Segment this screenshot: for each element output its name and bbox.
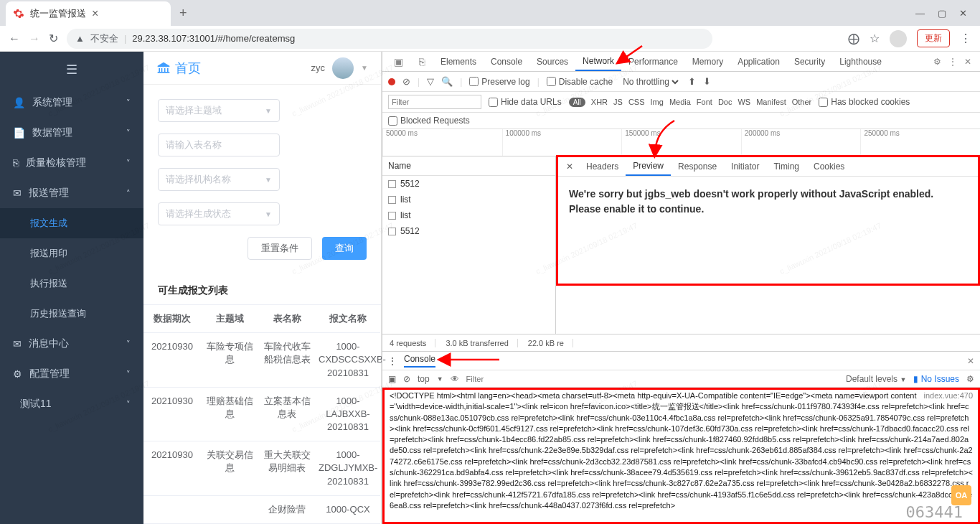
name-column-header[interactable]: Name <box>382 156 555 176</box>
sidebar-item[interactable]: 报送用印 <box>0 238 143 268</box>
sidebar-item[interactable]: 📄数据管理˅ <box>0 118 143 148</box>
col-header[interactable]: 数据期次 <box>143 305 201 333</box>
close-detail-icon[interactable]: ✕ <box>560 156 579 176</box>
filter-icon[interactable]: ▽ <box>427 76 434 87</box>
console-tab[interactable]: Console <box>404 354 435 368</box>
close-drawer-icon[interactable]: ✕ <box>967 356 974 366</box>
filter-type[interactable]: All <box>569 98 585 107</box>
filter-type[interactable]: Font <box>697 98 712 106</box>
context-select[interactable]: top <box>418 374 430 384</box>
org-select[interactable]: 请选择机构名称▼ <box>158 168 280 191</box>
preserve-log-check[interactable]: Preserve log <box>469 77 529 87</box>
profile-avatar[interactable] <box>890 30 907 47</box>
maximize-icon[interactable]: ▢ <box>938 8 946 19</box>
request-row[interactable]: 5512 <box>382 176 555 192</box>
sidebar-item[interactable]: ✉消息中心˅ <box>0 329 143 359</box>
eye-icon[interactable]: 👁 <box>451 374 459 384</box>
blocked-cookies-check[interactable]: Has blocked cookies <box>819 97 910 107</box>
sidebar-item[interactable]: 👤系统管理˅ <box>0 88 143 118</box>
filter-type[interactable]: Media <box>669 98 691 106</box>
filter-type[interactable]: Manifest <box>756 98 786 106</box>
sidebar-item[interactable]: 报文生成 <box>0 208 143 238</box>
col-header[interactable]: 表名称 <box>258 305 316 333</box>
filter-type[interactable]: XHR <box>591 98 608 106</box>
filter-type[interactable]: WS <box>738 98 750 106</box>
source-link[interactable]: index.vue:470 <box>924 390 974 401</box>
subject-select[interactable]: 请选择主题域▼ <box>158 99 280 122</box>
levels-select[interactable]: Default levels ▼ <box>846 374 906 384</box>
hide-data-urls-check[interactable]: Hide data URLs <box>489 97 562 107</box>
detail-tab-cookies[interactable]: Cookies <box>806 156 852 176</box>
detail-tab-preview[interactable]: Preview <box>626 156 671 176</box>
throttling-select[interactable]: No throttling <box>620 76 681 88</box>
table-row[interactable]: 20210930关联交易信息重大关联交易明细表1000-ZDGLJYMXB-20… <box>143 441 381 496</box>
translate-icon[interactable]: ⨁ <box>848 32 859 45</box>
browser-tab-active[interactable]: 统一监管报送 × <box>6 1 171 26</box>
close-icon[interactable]: × <box>92 7 98 20</box>
request-row[interactable]: list <box>382 192 555 207</box>
devtools-tab-sources[interactable]: Sources <box>529 52 575 71</box>
col-header[interactable]: 主题域 <box>201 305 258 333</box>
home-link[interactable]: 首页 <box>156 60 201 77</box>
url-bar[interactable]: ▲ 不安全 | 29.23.38.107:31001/#/home/create… <box>67 29 712 49</box>
more-icon[interactable]: ⋮ <box>948 57 957 67</box>
update-button[interactable]: 更新 <box>917 29 950 47</box>
record-icon[interactable] <box>388 78 395 85</box>
console-settings-icon[interactable]: ⚙ <box>966 374 974 384</box>
disable-cache-check[interactable]: Disable cache <box>547 77 613 87</box>
console-filter-input[interactable] <box>466 375 839 383</box>
devtools-tab-memory[interactable]: Memory <box>685 52 730 71</box>
reload-icon[interactable]: ↻ <box>49 32 58 45</box>
wifi-icon[interactable]: ⬆ <box>688 76 696 87</box>
devtools-tab-network[interactable]: Network <box>575 52 621 71</box>
detail-tab-headers[interactable]: Headers <box>579 156 626 176</box>
download-icon[interactable]: ⬇ <box>703 76 711 87</box>
console-sidebar-icon[interactable]: ▣ <box>388 374 396 384</box>
query-button[interactable]: 查询 <box>322 237 367 260</box>
devtools-tab-performance[interactable]: Performance <box>621 52 685 71</box>
close-window-icon[interactable]: ✕ <box>959 8 967 19</box>
filter-input[interactable] <box>388 95 481 109</box>
clear-icon[interactable]: ⊘ <box>402 76 410 87</box>
back-icon[interactable]: ← <box>9 32 20 45</box>
clear-console-icon[interactable]: ⊘ <box>403 374 410 384</box>
sidebar-item[interactable]: ✉报送管理˄ <box>0 178 143 208</box>
filter-type[interactable]: Img <box>651 98 664 106</box>
device-icon[interactable]: ⎘ <box>412 52 432 71</box>
no-issues-badge[interactable]: ▮ No Issues <box>913 374 959 384</box>
filter-type[interactable]: Other <box>792 98 812 106</box>
col-header[interactable]: 报文名称 <box>316 305 380 333</box>
table-row[interactable]: 企财险营1000-QCX <box>143 496 381 524</box>
sidebar-item[interactable]: 测试11˅ <box>0 389 143 419</box>
search-icon[interactable]: 🔍 <box>441 76 453 87</box>
new-tab-button[interactable]: + <box>179 6 187 21</box>
status-select[interactable]: 请选择生成状态▼ <box>158 202 280 225</box>
devtools-tab-elements[interactable]: Elements <box>433 52 484 71</box>
sidebar-item[interactable]: 历史报送查询 <box>0 299 143 329</box>
reset-button[interactable]: 重置条件 <box>248 237 312 260</box>
drawer-menu-icon[interactable]: ⋮ <box>388 356 397 366</box>
devtools-tab-security[interactable]: Security <box>787 52 832 71</box>
table-row[interactable]: 20210930车险专项信息车险代收车船税信息表1000-CXDSCCSXXB-… <box>143 333 381 388</box>
filter-type[interactable]: JS <box>613 98 623 106</box>
console-output[interactable]: index.vue:470 <!DOCTYPE html><html lang=… <box>382 388 980 524</box>
sidebar-item[interactable]: 执行报送 <box>0 268 143 299</box>
sidebar-item[interactable]: ⎘质量检核管理˅ <box>0 148 143 178</box>
network-timeline[interactable]: 50000 ms100000 ms150000 ms200000 ms25000… <box>382 129 980 156</box>
star-icon[interactable]: ☆ <box>870 32 880 45</box>
hamburger-icon[interactable]: ☰ <box>0 52 143 88</box>
menu-icon[interactable]: ⋮ <box>960 32 971 45</box>
minimize-icon[interactable]: — <box>915 8 925 19</box>
close-devtools-icon[interactable]: ✕ <box>964 57 971 67</box>
filter-type[interactable]: CSS <box>628 98 645 106</box>
blocked-requests-check[interactable]: Blocked Requests <box>388 116 974 126</box>
devtools-tab-application[interactable]: Application <box>730 52 787 71</box>
detail-tab-initiator[interactable]: Initiator <box>724 156 766 176</box>
detail-tab-timing[interactable]: Timing <box>766 156 806 176</box>
settings-icon[interactable]: ⚙ <box>933 57 941 67</box>
request-row[interactable]: 5512 <box>382 223 555 239</box>
inspect-icon[interactable]: ▣ <box>387 52 410 71</box>
table-name-input[interactable]: 请输入表名称 <box>158 134 280 156</box>
table-row[interactable]: 20210930理赔基础信息立案基本信息表1000-LAJBXXB-202108… <box>143 388 381 442</box>
devtools-tab-lighthouse[interactable]: Lighthouse <box>832 52 889 71</box>
